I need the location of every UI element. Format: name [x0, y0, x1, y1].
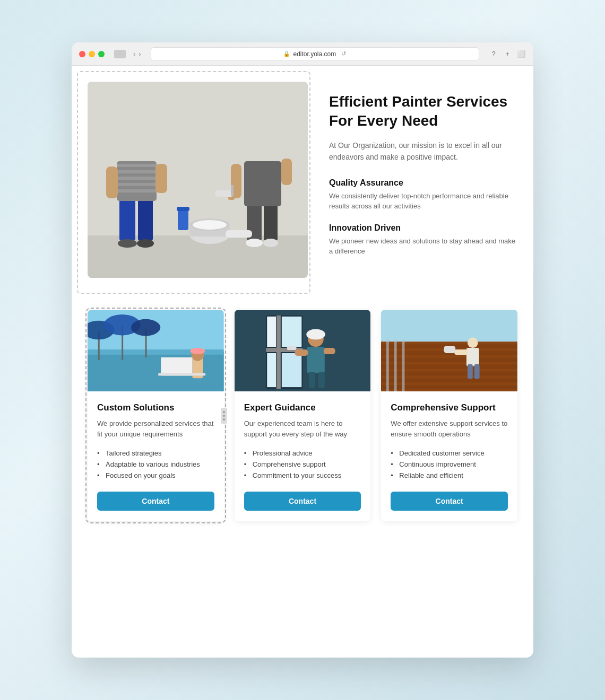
browser-window: ‹ › 🔒 editor.yola.com ↺ ? + ⬜: [72, 42, 533, 658]
maximize-button[interactable]: [98, 51, 105, 57]
svg-point-4: [118, 239, 137, 248]
svg-rect-18: [244, 161, 281, 206]
svg-rect-80: [402, 339, 405, 391]
svg-rect-52: [267, 353, 276, 387]
svg-point-29: [193, 220, 227, 230]
svg-point-17: [263, 239, 278, 247]
svg-rect-78: [386, 339, 389, 391]
contact-button-comprehensive[interactable]: Contact: [391, 492, 508, 511]
list-item: Comprehensive support: [244, 459, 361, 470]
svg-rect-59: [287, 346, 296, 350]
hero-title: Efficient Painter Services For Every Nee…: [329, 92, 517, 131]
svg-point-16: [246, 239, 263, 247]
svg-rect-9: [117, 177, 157, 180]
feature-quality: Quality Assurance We consistently delive…: [329, 178, 517, 212]
svg-rect-50: [267, 317, 276, 347]
svg-rect-10: [117, 183, 157, 186]
list-item: Tailored strategies: [97, 448, 214, 459]
card-body-expert: Expert Guidance Our experienced team is …: [235, 392, 371, 521]
svg-rect-71: [381, 385, 517, 389]
svg-rect-2: [119, 198, 135, 241]
svg-rect-77: [444, 346, 456, 353]
minimize-button[interactable]: [89, 51, 95, 57]
card-desc-expert: Our experienced team is here to support …: [244, 418, 361, 439]
svg-rect-6: [117, 161, 157, 201]
card-list-custom: Tailored strategies Adaptable to various…: [97, 448, 214, 481]
svg-rect-11: [117, 189, 157, 192]
hero-subtitle: At Our Organization, our mission is to e…: [329, 139, 517, 163]
svg-rect-79: [394, 339, 397, 391]
feature-quality-desc: We consistently deliver top-notch perfor…: [329, 191, 517, 212]
hero-section: Efficient Painter Services For Every Nee…: [88, 82, 517, 278]
close-button[interactable]: [79, 51, 85, 57]
tab-icon: [114, 50, 126, 58]
hero-text: Efficient Painter Services For Every Nee…: [329, 82, 517, 268]
forward-button[interactable]: ›: [139, 50, 141, 58]
contact-button-custom[interactable]: Contact: [97, 492, 214, 511]
svg-point-5: [137, 239, 154, 248]
card-title-comprehensive: Comprehensive Support: [391, 402, 508, 413]
svg-rect-23: [231, 185, 234, 196]
feature-quality-title: Quality Assurance: [329, 178, 517, 188]
card-custom-solutions: Custom Solutions We provide personalized…: [88, 310, 224, 521]
list-item: Dedicated customer service: [391, 448, 508, 459]
card-comprehensive-support: Comprehensive Support We offer extensive…: [381, 310, 517, 521]
card-list-comprehensive: Dedicated customer service Continuous im…: [391, 448, 508, 481]
svg-rect-57: [295, 349, 308, 356]
card-image-expert: [235, 310, 371, 392]
svg-rect-67: [381, 358, 517, 362]
nav-arrows: ‹ ›: [133, 50, 141, 58]
svg-rect-74: [468, 364, 473, 379]
back-button[interactable]: ‹: [133, 50, 135, 58]
svg-rect-15: [264, 204, 278, 241]
svg-rect-44: [158, 373, 205, 375]
svg-rect-43: [161, 357, 192, 376]
address-bar[interactable]: 🔒 editor.yola.com ↺: [151, 47, 479, 61]
contact-button-expert[interactable]: Contact: [244, 492, 361, 511]
list-item: Professional advice: [244, 448, 361, 459]
svg-point-42: [190, 348, 205, 354]
svg-rect-48: [276, 316, 281, 389]
add-tab-button[interactable]: +: [503, 49, 512, 59]
card-image-custom: [88, 310, 224, 392]
svg-rect-53: [282, 353, 302, 387]
list-item: Commitment to your success: [244, 470, 361, 481]
svg-rect-25: [177, 207, 189, 211]
browser-content: Efficient Painter Services For Every Nee…: [72, 66, 533, 658]
svg-rect-3: [138, 198, 153, 241]
svg-rect-20: [281, 159, 292, 185]
card-title-custom: Custom Solutions: [97, 402, 214, 413]
cards-section: Custom Solutions We provide personalized…: [88, 310, 517, 521]
card-body-comprehensive: Comprehensive Support We offer extensive…: [381, 392, 517, 521]
feature-innovation: Innovation Driven We pioneer new ideas a…: [329, 223, 517, 257]
card-body-custom: Custom Solutions We provide personalized…: [88, 392, 224, 521]
svg-point-39: [131, 319, 160, 336]
list-item: Reliable and efficient: [391, 470, 508, 481]
svg-point-55: [306, 329, 325, 340]
svg-rect-7: [117, 164, 157, 167]
help-button[interactable]: ?: [489, 49, 498, 59]
feature-innovation-desc: We pioneer new ideas and solutions to st…: [329, 236, 517, 257]
traffic-lights: [79, 51, 105, 57]
reload-icon: ↺: [341, 50, 346, 57]
card-image-comprehensive: [381, 310, 517, 392]
svg-rect-76: [455, 349, 469, 355]
svg-rect-8: [117, 170, 157, 173]
card-resize-handle[interactable]: [221, 408, 227, 424]
svg-rect-22: [215, 190, 234, 197]
card-list-expert: Professional advice Comprehensive suppor…: [244, 448, 361, 481]
lock-icon: 🔒: [283, 51, 290, 57]
svg-rect-12: [106, 167, 118, 198]
browser-actions: ? + ⬜: [489, 49, 526, 59]
list-item: Adaptable to various industries: [97, 459, 214, 470]
browser-chrome: ‹ › 🔒 editor.yola.com ↺ ? + ⬜: [72, 42, 533, 66]
svg-rect-68: [381, 365, 517, 369]
svg-rect-32: [88, 352, 224, 391]
svg-rect-24: [178, 209, 188, 230]
svg-rect-73: [466, 348, 479, 366]
svg-rect-56: [307, 347, 325, 373]
card-desc-comprehensive: We offer extensive support services to e…: [391, 418, 508, 439]
url-text: editor.yola.com: [293, 50, 336, 58]
list-item: Continuous improvement: [391, 459, 508, 470]
extensions-button[interactable]: ⬜: [516, 49, 526, 59]
